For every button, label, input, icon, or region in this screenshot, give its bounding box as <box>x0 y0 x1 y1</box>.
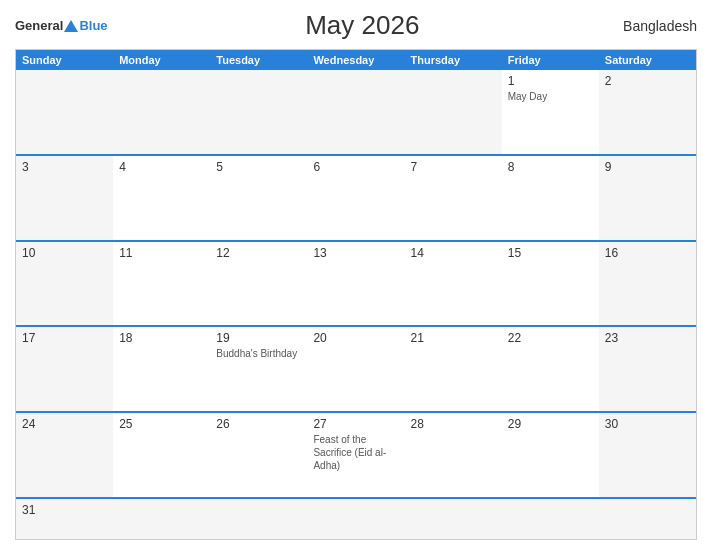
cell-event: May Day <box>508 91 547 102</box>
cell-date: 16 <box>605 246 690 260</box>
header: General Blue May 2026 Bangladesh <box>15 10 697 41</box>
day-header-monday: Monday <box>113 50 210 70</box>
day-header-saturday: Saturday <box>599 50 696 70</box>
calendar-cell: 7 <box>405 156 502 240</box>
logo: General Blue <box>15 19 108 32</box>
calendar-cell <box>405 499 502 539</box>
last-week-row: 31 <box>16 497 696 539</box>
calendar-cell: 1May Day <box>502 70 599 154</box>
country-label: Bangladesh <box>617 18 697 34</box>
cell-date: 8 <box>508 160 593 174</box>
calendar-title: May 2026 <box>108 10 617 41</box>
cell-date: 31 <box>22 503 107 517</box>
calendar-cell: 25 <box>113 413 210 497</box>
cell-date: 10 <box>22 246 107 260</box>
calendar-cell: 13 <box>307 242 404 326</box>
cell-event: Feast of the Sacrifice (Eid al-Adha) <box>313 434 386 471</box>
calendar-cell: 22 <box>502 327 599 411</box>
cell-date: 3 <box>22 160 107 174</box>
calendar-cell: 15 <box>502 242 599 326</box>
calendar-cell <box>307 70 404 154</box>
cell-date: 24 <box>22 417 107 431</box>
calendar-cell: 14 <box>405 242 502 326</box>
calendar-cell: 27Feast of the Sacrifice (Eid al-Adha) <box>307 413 404 497</box>
calendar-cell: 31 <box>16 499 113 539</box>
cell-date: 6 <box>313 160 398 174</box>
day-header-sunday: Sunday <box>16 50 113 70</box>
calendar-cell: 21 <box>405 327 502 411</box>
week-row-2: 3456789 <box>16 154 696 240</box>
calendar-cell: 10 <box>16 242 113 326</box>
calendar-cell: 4 <box>113 156 210 240</box>
calendar-cell <box>405 70 502 154</box>
calendar-cell: 29 <box>502 413 599 497</box>
calendar-cell: 12 <box>210 242 307 326</box>
cell-date: 2 <box>605 74 690 88</box>
weeks-container: 1May Day2345678910111213141516171819Budd… <box>16 70 696 497</box>
cell-date: 18 <box>119 331 204 345</box>
calendar-cell: 6 <box>307 156 404 240</box>
cell-date: 9 <box>605 160 690 174</box>
calendar-cell <box>113 499 210 539</box>
calendar-cell: 24 <box>16 413 113 497</box>
cell-date: 1 <box>508 74 593 88</box>
cell-date: 5 <box>216 160 301 174</box>
calendar-cell: 16 <box>599 242 696 326</box>
day-header-tuesday: Tuesday <box>210 50 307 70</box>
calendar-cell <box>502 499 599 539</box>
cell-date: 30 <box>605 417 690 431</box>
calendar-cell: 23 <box>599 327 696 411</box>
calendar-cell <box>210 70 307 154</box>
cell-date: 25 <box>119 417 204 431</box>
logo-blue-text: Blue <box>79 19 107 32</box>
calendar-cell: 3 <box>16 156 113 240</box>
day-header-thursday: Thursday <box>405 50 502 70</box>
cell-date: 29 <box>508 417 593 431</box>
days-header: SundayMondayTuesdayWednesdayThursdayFrid… <box>16 50 696 70</box>
calendar-cell <box>599 499 696 539</box>
calendar-cell <box>113 70 210 154</box>
cell-date: 27 <box>313 417 398 431</box>
calendar-cell: 5 <box>210 156 307 240</box>
cell-date: 14 <box>411 246 496 260</box>
calendar-cell: 20 <box>307 327 404 411</box>
calendar-page: General Blue May 2026 Bangladesh SundayM… <box>0 0 712 550</box>
logo-general-text: General <box>15 19 63 32</box>
cell-date: 26 <box>216 417 301 431</box>
cell-date: 13 <box>313 246 398 260</box>
calendar-cell: 26 <box>210 413 307 497</box>
calendar-cell: 8 <box>502 156 599 240</box>
calendar-cell <box>210 499 307 539</box>
week-row-1: 1May Day2 <box>16 70 696 154</box>
logo-triangle-icon <box>64 20 78 32</box>
calendar-cell: 17 <box>16 327 113 411</box>
cell-date: 17 <box>22 331 107 345</box>
cell-date: 28 <box>411 417 496 431</box>
week-row-3: 10111213141516 <box>16 240 696 326</box>
calendar-cell: 18 <box>113 327 210 411</box>
calendar-cell <box>16 70 113 154</box>
cell-date: 22 <box>508 331 593 345</box>
cell-date: 15 <box>508 246 593 260</box>
calendar-cell: 28 <box>405 413 502 497</box>
calendar-cell: 19Buddha's Birthday <box>210 327 307 411</box>
cell-date: 21 <box>411 331 496 345</box>
cell-date: 23 <box>605 331 690 345</box>
day-header-wednesday: Wednesday <box>307 50 404 70</box>
day-header-friday: Friday <box>502 50 599 70</box>
calendar-cell: 2 <box>599 70 696 154</box>
calendar-cell <box>307 499 404 539</box>
cell-date: 20 <box>313 331 398 345</box>
calendar-cell: 9 <box>599 156 696 240</box>
week-row-4: 171819Buddha's Birthday20212223 <box>16 325 696 411</box>
calendar-grid: SundayMondayTuesdayWednesdayThursdayFrid… <box>15 49 697 540</box>
calendar-cell: 11 <box>113 242 210 326</box>
cell-date: 7 <box>411 160 496 174</box>
cell-date: 11 <box>119 246 204 260</box>
week-row-5: 24252627Feast of the Sacrifice (Eid al-A… <box>16 411 696 497</box>
cell-date: 4 <box>119 160 204 174</box>
calendar-cell: 30 <box>599 413 696 497</box>
cell-date: 19 <box>216 331 301 345</box>
cell-date: 12 <box>216 246 301 260</box>
cell-event: Buddha's Birthday <box>216 348 297 359</box>
